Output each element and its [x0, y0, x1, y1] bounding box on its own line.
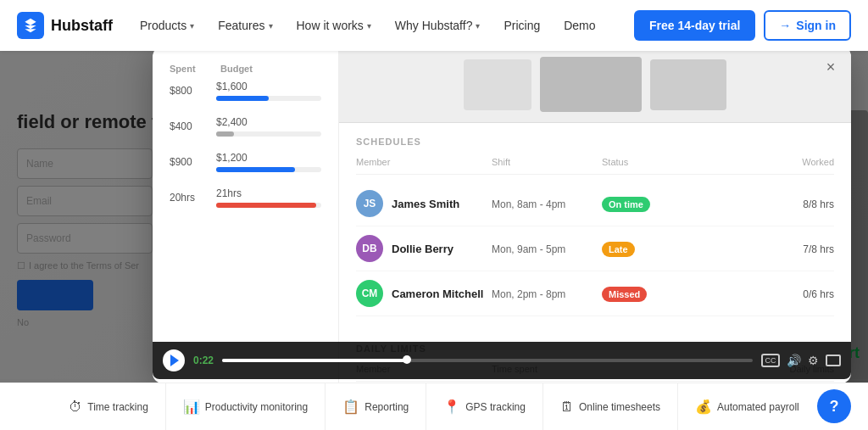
budget-bar-bg — [216, 131, 321, 137]
cc-button[interactable]: CC — [761, 354, 780, 367]
preview-image-1 — [464, 59, 531, 110]
budget-header: Budget — [220, 64, 321, 74]
settings-button[interactable]: ⚙ — [808, 354, 819, 367]
member-name: Dollie Berry — [392, 243, 453, 255]
reporting-icon: 📋 — [342, 399, 359, 415]
budget-bar-fill — [216, 96, 269, 101]
schedule-shift: Mon, 2pm - 8pm — [492, 286, 602, 301]
schedule-worked: 8/8 hrs — [678, 196, 834, 211]
budget-row: $900 $1,200 — [170, 152, 321, 172]
member-avatar: CM — [356, 280, 383, 307]
preview-image-3 — [650, 59, 726, 110]
budget-rows: $800 $1,600 $400 $2,400 $900 $1,200 20hr… — [170, 81, 321, 208]
logo[interactable]: Hubstaff — [17, 12, 113, 39]
schedule-member: JS James Smith — [356, 190, 492, 217]
budget-bar-bg — [216, 203, 321, 208]
video-bar: 0:22 CC 🔊 ⚙ — [153, 342, 851, 379]
video-progress-fill — [222, 359, 408, 362]
schedule-row: CM Cameron Mitchell Mon, 2pm - 8pm Misse… — [356, 271, 834, 316]
time-tracking-icon: ⏱ — [69, 399, 82, 415]
nav-pricing[interactable]: Pricing — [493, 12, 550, 39]
header-member: Member — [356, 157, 492, 167]
gps-icon: 📍 — [443, 399, 460, 415]
budget-val: $1,200 — [216, 152, 321, 164]
signin-icon: → — [779, 19, 791, 32]
budget-val: $1,600 — [216, 81, 321, 92]
status-badge: On time — [602, 197, 650, 212]
trial-button[interactable]: Free 14-day trial — [634, 10, 755, 41]
budget-val: $2,400 — [216, 116, 321, 128]
modal: × Spent Budget $800 $1,600 $400 $2,400 $… — [153, 47, 851, 383]
status-badge: Late — [602, 242, 635, 257]
modal-right-panel: SCHEDULES Member Shift Status Worked JS … — [339, 47, 851, 383]
video-time: 0:22 — [193, 355, 214, 366]
budget-row: $400 $2,400 — [170, 116, 321, 137]
header-shift: Shift — [492, 157, 602, 167]
budget-row: 20hrs 21hrs — [170, 187, 321, 208]
nav-how-it-works[interactable]: How it works ▾ — [287, 12, 381, 39]
bottom-item-timesheets[interactable]: 🗓 Online timesheets — [543, 383, 678, 430]
video-progress-bar[interactable] — [222, 359, 753, 362]
nav-features[interactable]: Features ▾ — [208, 12, 282, 39]
budget-bar-fill — [216, 167, 295, 172]
budget-spent-val: $900 — [170, 156, 216, 168]
header-worked: Worked — [678, 157, 834, 167]
schedule-row: JS James Smith Mon, 8am - 4pm On time 8/… — [356, 181, 834, 226]
video-controls: CC 🔊 ⚙ — [761, 354, 841, 367]
schedule-status: Late — [602, 241, 678, 256]
payroll-icon: 💰 — [695, 399, 712, 415]
budget-bar-bg — [216, 96, 321, 101]
schedule-rows: JS James Smith Mon, 8am - 4pm On time 8/… — [356, 181, 834, 316]
logo-icon — [17, 12, 44, 39]
bottom-item-time-tracking[interactable]: ⏱ Time tracking — [52, 383, 166, 430]
play-button[interactable] — [163, 349, 185, 371]
bottom-item-gps[interactable]: 📍 GPS tracking — [426, 383, 543, 430]
member-avatar: JS — [356, 190, 383, 217]
close-icon[interactable]: × — [821, 57, 841, 77]
budget-bar-bg — [216, 167, 321, 172]
bottom-item-productivity[interactable]: 📊 Productivity monitoring — [166, 383, 326, 430]
play-icon — [170, 355, 179, 366]
member-avatar: DB — [356, 235, 383, 262]
budget-bar-fill — [216, 131, 234, 137]
signin-button[interactable]: → Sign in — [764, 10, 851, 41]
schedules-section: SCHEDULES Member Shift Status Worked JS … — [339, 123, 851, 330]
fullscreen-button[interactable] — [826, 355, 841, 366]
header-status: Status — [602, 157, 678, 167]
schedule-shift: Mon, 8am - 4pm — [492, 196, 602, 211]
budget-panel: Spent Budget $800 $1,600 $400 $2,400 $90… — [153, 47, 339, 383]
schedule-row: DB Dollie Berry Mon, 9am - 5pm Late 7/8 … — [356, 226, 834, 271]
volume-button[interactable]: 🔊 — [787, 354, 801, 367]
chevron-down-icon: ▾ — [269, 21, 273, 31]
nav-why-hubstaff[interactable]: Why Hubstaff? ▾ — [385, 12, 491, 39]
budget-spent-val: $800 — [170, 85, 216, 97]
bottom-nav: ⏱ Time tracking 📊 Productivity monitorin… — [0, 383, 868, 430]
modal-top-images — [339, 47, 851, 123]
productivity-icon: 📊 — [183, 399, 200, 415]
schedule-status: Missed — [602, 286, 678, 301]
nav-products[interactable]: Products ▾ — [130, 12, 204, 39]
budget-spent-val: $400 — [170, 120, 216, 132]
chevron-down-icon: ▾ — [476, 21, 480, 31]
logo-text: Hubstaff — [51, 17, 113, 35]
nav-demo[interactable]: Demo — [554, 12, 605, 39]
chevron-down-icon: ▾ — [367, 21, 371, 31]
help-button[interactable]: ? — [817, 389, 851, 423]
bottom-item-payroll[interactable]: 💰 Automated payroll — [678, 383, 816, 430]
budget-val: 21hrs — [216, 187, 321, 199]
nav-right: Free 14-day trial → Sign in — [634, 10, 851, 41]
navbar: Hubstaff Products ▾ Features ▾ How it wo… — [0, 0, 868, 51]
bottom-item-reporting[interactable]: 📋 Reporting — [326, 383, 426, 430]
schedule-member: CM Cameron Mitchell — [356, 280, 492, 307]
timesheets-icon: 🗓 — [560, 399, 574, 415]
schedule-status: On time — [602, 196, 678, 211]
schedule-shift: Mon, 9am - 5pm — [492, 241, 602, 256]
schedule-member: DB Dollie Berry — [356, 235, 492, 262]
nav-links: Products ▾ Features ▾ How it works ▾ Why… — [130, 12, 634, 39]
status-badge: Missed — [602, 287, 647, 302]
schedules-table-header: Member Shift Status Worked — [356, 157, 834, 175]
member-name: James Smith — [392, 198, 459, 210]
schedule-worked: 0/6 hrs — [678, 286, 834, 301]
budget-headers: Spent Budget — [170, 64, 321, 74]
schedules-title: SCHEDULES — [356, 137, 834, 147]
